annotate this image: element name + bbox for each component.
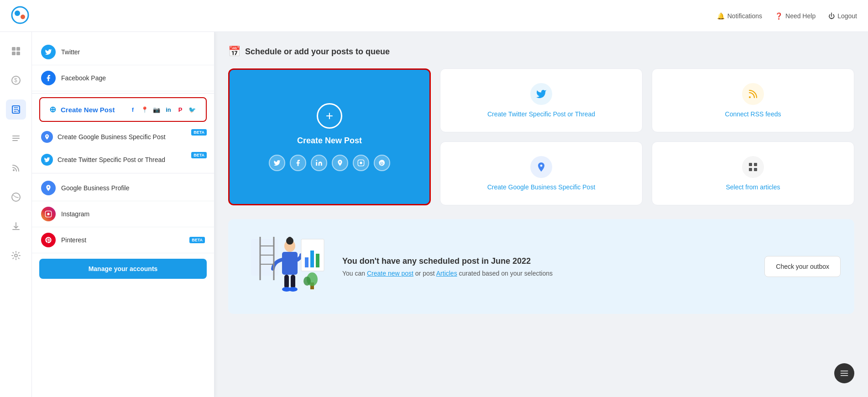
svg-point-15 xyxy=(15,254,17,257)
svg-point-20 xyxy=(360,162,362,164)
twitter-account-icon xyxy=(41,45,56,59)
sidebar-item-analytics[interactable] xyxy=(6,187,26,207)
account-item-facebook[interactable]: Facebook Page xyxy=(32,65,214,91)
card-gmb-icon xyxy=(332,155,348,171)
help-label: Need Help xyxy=(785,12,816,20)
chat-button[interactable] xyxy=(834,363,854,383)
svg-rect-25 xyxy=(754,168,757,171)
main-layout: $ Twitter xyxy=(0,32,868,397)
logo xyxy=(11,6,29,26)
svg-point-1 xyxy=(15,10,20,16)
svg-point-0 xyxy=(12,7,28,23)
dropdown-panel: Twitter Facebook Page ⊕ Create New Post … xyxy=(32,32,214,397)
facebook-account-icon xyxy=(41,71,56,85)
rss-feeds-card[interactable]: Connect RSS feeds xyxy=(652,68,854,132)
logout-label: Logout xyxy=(837,12,857,20)
svg-rect-23 xyxy=(754,163,757,166)
sidebar-item-dashboard[interactable] xyxy=(6,41,26,61)
svg-rect-44 xyxy=(316,254,319,267)
manage-accounts-button[interactable]: Manage your accounts xyxy=(39,259,207,279)
svg-point-35 xyxy=(288,287,298,292)
plus-circle-icon: ⊕ xyxy=(49,104,56,115)
card-instagram-icon xyxy=(353,155,369,171)
twitter-specific-card[interactable]: Create Twitter Specific Post or Thread xyxy=(440,68,643,132)
notifications-nav[interactable]: 🔔 Notifications xyxy=(717,12,762,20)
sidebar-item-rss[interactable] xyxy=(6,158,26,178)
empty-state-create-link[interactable]: Create new post xyxy=(367,270,413,277)
svg-rect-42 xyxy=(305,257,309,267)
pinterest-account-icon xyxy=(41,233,56,247)
account-item-twitter[interactable]: Twitter xyxy=(32,39,214,65)
articles-label: Select from articles xyxy=(726,183,780,191)
svg-point-13 xyxy=(13,169,15,171)
svg-rect-10 xyxy=(12,136,20,136)
pi-mini-icon: P xyxy=(176,105,185,114)
gmb-menu-label: Create Google Business Specific Post xyxy=(58,133,166,141)
svg-rect-11 xyxy=(12,138,20,139)
cards-grid: + Create New Post xyxy=(228,68,854,205)
create-new-post-label: Create New Post xyxy=(61,106,115,114)
svg-rect-4 xyxy=(16,47,20,51)
empty-state-articles-link[interactable]: Articles xyxy=(436,270,457,277)
fb-mini-icon: f xyxy=(128,105,137,114)
svg-rect-33 xyxy=(291,275,295,288)
gmb-specific-card[interactable]: Create Google Business Specific Post xyxy=(440,141,643,205)
header-nav: 🔔 Notifications ❓ Need Help ⏻ Logout xyxy=(717,12,857,20)
sidebar-item-posts[interactable] xyxy=(6,129,26,149)
svg-rect-3 xyxy=(12,47,16,51)
sidebar-item-billing[interactable]: $ xyxy=(6,70,26,90)
card-facebook-icon xyxy=(290,155,306,171)
svg-point-2 xyxy=(21,15,25,19)
help-nav[interactable]: ❓ Need Help xyxy=(775,12,816,20)
ig-mini-icon: 📷 xyxy=(152,105,161,114)
empty-state-description: You can Create new post or post Articles… xyxy=(342,270,755,277)
gmb-specific-label: Create Google Business Specific Post xyxy=(487,183,596,191)
menu-item-gmb[interactable]: Create Google Business Specific Post BET… xyxy=(32,125,214,148)
svg-rect-12 xyxy=(12,140,18,141)
twitter-beta-badge: BETA xyxy=(191,152,207,158)
empty-state-desc-after: curated based on your selections xyxy=(459,270,553,277)
instagram-account-name: Instagram xyxy=(61,210,89,218)
check-outbox-button[interactable]: Check your outbox xyxy=(764,256,841,277)
main-content: 📅 Schedule or add your posts to queue + … xyxy=(214,32,868,397)
svg-point-30 xyxy=(288,237,292,241)
logout-nav[interactable]: ⏻ Logout xyxy=(828,12,857,20)
rss-icon xyxy=(742,83,764,105)
help-icon: ❓ xyxy=(775,12,783,20)
card-linkedin-icon xyxy=(311,155,327,171)
create-new-post-dropdown-btn[interactable]: ⊕ Create New Post f 📍 📷 in P 🐦 xyxy=(39,97,207,122)
account-item-pinterest[interactable]: Pinterest BETA xyxy=(32,227,214,253)
svg-rect-22 xyxy=(749,163,752,166)
sidebar-item-download[interactable] xyxy=(6,216,26,236)
gmb-account-name: Google Business Profile xyxy=(61,184,129,192)
twitter-specific-icon xyxy=(530,83,552,105)
account-item-gmb[interactable]: Google Business Profile xyxy=(32,175,214,201)
gmb-beta-badge: BETA xyxy=(191,129,207,136)
section-title: 📅 Schedule or add your posts to queue xyxy=(228,46,854,57)
gmb-account-icon xyxy=(41,181,56,195)
card-social-icons xyxy=(269,155,390,171)
create-new-post-card[interactable]: + Create New Post xyxy=(228,68,431,205)
create-plus-icon: + xyxy=(317,103,342,129)
svg-rect-32 xyxy=(284,275,289,288)
twitter-menu-icon xyxy=(41,154,53,166)
empty-state-illustration xyxy=(242,230,333,303)
menu-item-twitter-thread[interactable]: Create Twitter Specific Post or Thread B… xyxy=(32,148,214,171)
account-item-instagram[interactable]: Instagram xyxy=(32,201,214,227)
svg-rect-43 xyxy=(310,251,314,267)
pinterest-beta-badge: BETA xyxy=(189,237,205,243)
empty-state-title: You don't have any scheduled post in Jun… xyxy=(342,256,755,266)
divider-1 xyxy=(32,93,214,94)
sidebar-item-compose[interactable] xyxy=(6,99,26,120)
instagram-account-icon xyxy=(41,207,56,221)
create-new-post-card-label: Create New Post xyxy=(297,136,362,146)
card-pinterest-icon xyxy=(374,155,390,171)
svg-text:$: $ xyxy=(14,77,17,84)
notifications-label: Notifications xyxy=(727,12,762,20)
svg-rect-5 xyxy=(12,52,16,55)
card-twitter-icon xyxy=(269,155,285,171)
svg-point-47 xyxy=(303,277,311,286)
sidebar-item-settings[interactable] xyxy=(6,246,26,266)
articles-card[interactable]: Select from articles xyxy=(652,141,854,205)
gmb-specific-icon xyxy=(530,156,552,178)
